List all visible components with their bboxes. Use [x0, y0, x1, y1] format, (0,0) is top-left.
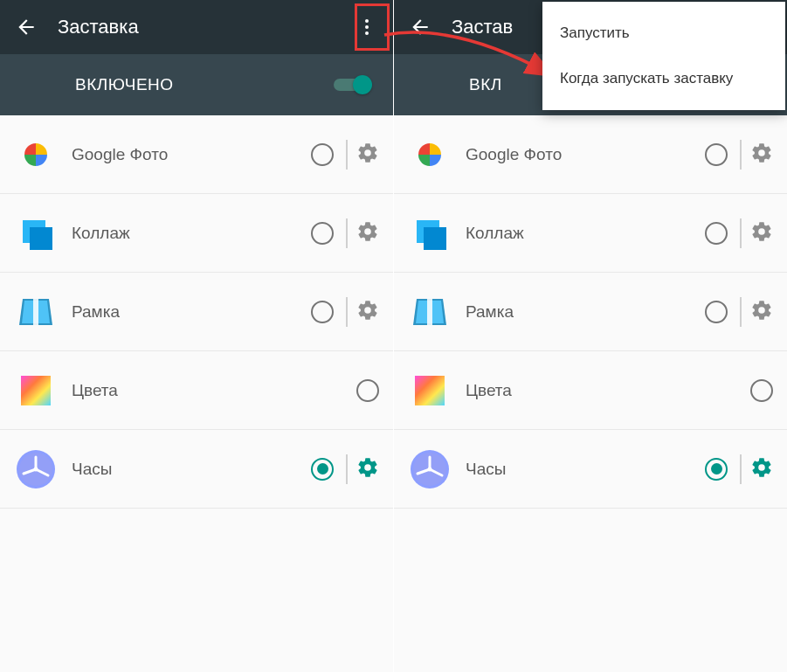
list-item-collage[interactable]: Коллаж: [394, 194, 787, 273]
list-item-frame[interactable]: Рамка: [0, 273, 393, 351]
settings-button[interactable]: [750, 220, 773, 246]
arrow-back-icon: [409, 16, 431, 38]
item-label: Рамка: [72, 302, 311, 322]
radio-button[interactable]: [356, 379, 379, 402]
frame-icon: [408, 290, 452, 334]
gear-icon: [356, 299, 379, 322]
frame-icon: [14, 290, 58, 334]
screensaver-list: Google Фото Коллаж Рамка Ц: [0, 115, 393, 509]
overflow-menu-button[interactable]: [349, 10, 384, 45]
radio-button[interactable]: [311, 458, 334, 481]
radio-button[interactable]: [311, 143, 334, 166]
item-label: Коллаж: [72, 224, 311, 243]
master-switch-label: ВКЛЮЧЕНО: [75, 75, 334, 94]
gear-icon: [750, 299, 773, 322]
gear-icon: [356, 220, 379, 243]
settings-button[interactable]: [356, 142, 379, 168]
divider: [346, 140, 348, 170]
item-label: Часы: [466, 460, 705, 479]
item-label: Google Фото: [72, 145, 311, 164]
master-switch-bar: ВКЛЮЧЕНО: [0, 54, 393, 115]
item-label: Google Фото: [466, 145, 705, 164]
back-button[interactable]: [403, 10, 438, 45]
radio-button[interactable]: [750, 379, 773, 402]
list-item-colors[interactable]: Цвета: [394, 351, 787, 430]
item-label: Цвета: [72, 381, 356, 400]
divider: [346, 297, 348, 327]
colors-icon: [14, 369, 58, 412]
app-toolbar: Заставка: [0, 0, 393, 54]
divider: [740, 297, 742, 327]
radio-button[interactable]: [705, 301, 728, 323]
collage-icon: [408, 211, 452, 255]
divider: [740, 140, 742, 170]
list-item-collage[interactable]: Коллаж: [0, 194, 393, 273]
radio-button[interactable]: [705, 143, 728, 166]
master-switch[interactable]: [334, 74, 372, 95]
list-item-google-photos[interactable]: Google Фото: [0, 115, 393, 194]
clock-icon: [408, 447, 452, 491]
menu-item-when-to-start[interactable]: Когда запускать заставку: [542, 56, 785, 101]
radio-button[interactable]: [705, 222, 728, 245]
colors-icon: [408, 369, 452, 412]
radio-button[interactable]: [311, 301, 334, 323]
settings-button[interactable]: [750, 456, 773, 482]
collage-icon: [14, 211, 58, 255]
screensaver-list: Google Фото Коллаж Рамка Ц: [394, 115, 787, 509]
list-item-clock[interactable]: Часы: [394, 430, 787, 509]
settings-button[interactable]: [356, 299, 379, 325]
gear-icon: [356, 142, 379, 164]
radio-button[interactable]: [311, 222, 334, 245]
gear-icon: [750, 142, 773, 164]
item-label: Рамка: [466, 302, 705, 322]
list-item-colors[interactable]: Цвета: [0, 351, 393, 430]
gear-icon: [356, 456, 379, 479]
settings-button[interactable]: [356, 220, 379, 246]
back-button[interactable]: [9, 10, 44, 45]
settings-button[interactable]: [750, 299, 773, 325]
divider: [740, 454, 742, 484]
menu-item-start[interactable]: Запустить: [542, 10, 785, 56]
clock-icon: [14, 447, 58, 491]
gear-icon: [750, 220, 773, 243]
divider: [346, 218, 348, 248]
more-vert-icon: [356, 17, 377, 38]
google-photos-icon: [408, 133, 452, 177]
item-label: Коллаж: [466, 224, 705, 243]
item-label: Цвета: [466, 381, 750, 400]
screenshot-right: Застав ВКЛ Google Фото Коллаж Ра: [393, 0, 787, 672]
google-photos-icon: [14, 133, 58, 177]
page-title: Заставка: [58, 16, 349, 38]
list-item-google-photos[interactable]: Google Фото: [394, 115, 787, 194]
settings-button[interactable]: [356, 456, 379, 482]
divider: [346, 454, 348, 484]
settings-button[interactable]: [750, 142, 773, 168]
screenshot-left: Заставка ВКЛЮЧЕНО Google Фото Коллаж: [0, 0, 393, 672]
divider: [740, 218, 742, 248]
arrow-back-icon: [15, 16, 38, 38]
overflow-menu: Запустить Когда запускать заставку: [542, 2, 785, 110]
radio-button[interactable]: [705, 458, 728, 481]
list-item-frame[interactable]: Рамка: [394, 273, 787, 351]
item-label: Часы: [72, 460, 311, 479]
list-item-clock[interactable]: Часы: [0, 430, 393, 509]
gear-icon: [750, 456, 773, 479]
